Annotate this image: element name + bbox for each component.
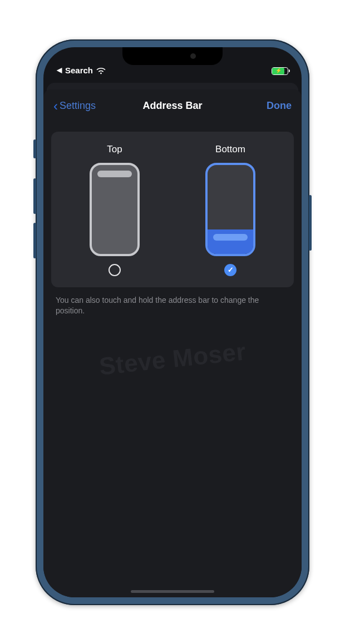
option-bottom[interactable]: Bottom ✓ xyxy=(205,144,255,276)
caret-left-icon: ◀ xyxy=(57,66,62,74)
status-battery: ⚡ xyxy=(272,67,288,75)
phone-preview-top-icon xyxy=(90,163,140,256)
settings-sheet: ‹ Settings Address Bar Done Top Bottom xyxy=(43,89,302,597)
helper-text: You can also touch and hold the address … xyxy=(43,287,302,317)
power-button xyxy=(309,195,312,251)
iphone-frame: ◀ Search 9:20 AM ⚡ ‹ Settings Address B xyxy=(36,39,309,605)
option-top-label: Top xyxy=(107,144,122,155)
volume-up-button xyxy=(33,178,36,214)
volume-down-button xyxy=(33,223,36,258)
radio-unselected-icon xyxy=(109,264,121,276)
checkmark-circle-icon: ✓ xyxy=(224,264,236,276)
mute-switch xyxy=(33,139,36,158)
chevron-left-icon: ‹ xyxy=(53,99,58,113)
notch xyxy=(122,47,223,65)
screen: ◀ Search 9:20 AM ⚡ ‹ Settings Address B xyxy=(43,47,302,597)
navigation-bar: ‹ Settings Address Bar Done xyxy=(43,96,302,123)
option-top[interactable]: Top xyxy=(90,144,140,276)
option-bottom-label: Bottom xyxy=(215,144,245,155)
battery-icon: ⚡ xyxy=(272,67,288,75)
phone-preview-bottom-icon xyxy=(205,163,255,256)
page-title: Address Bar xyxy=(142,100,202,112)
breadcrumb-label: Search xyxy=(65,66,93,75)
back-button[interactable]: ‹ Settings xyxy=(53,99,96,113)
done-button[interactable]: Done xyxy=(267,100,292,112)
wifi-icon xyxy=(96,66,106,75)
home-indicator[interactable] xyxy=(131,590,214,593)
status-breadcrumb[interactable]: ◀ Search xyxy=(57,66,106,75)
charging-bolt-icon: ⚡ xyxy=(275,68,282,73)
watermark: Steve Moser xyxy=(98,337,248,380)
back-label: Settings xyxy=(60,100,96,112)
address-bar-options: Top Bottom ✓ xyxy=(51,132,294,287)
